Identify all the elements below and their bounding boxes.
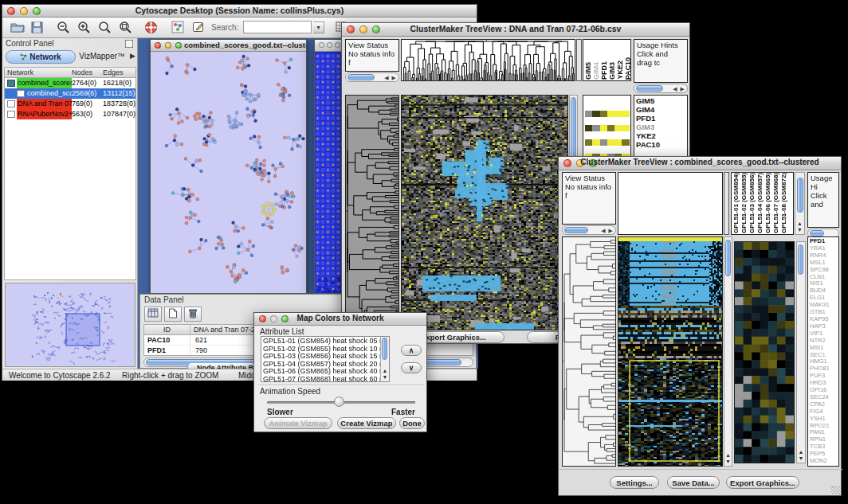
animate-vizmap-button[interactable]: Animate Vizmap	[264, 417, 332, 429]
gene-label[interactable]: PAC10	[636, 140, 685, 149]
gene-label[interactable]: GIM4	[636, 105, 685, 114]
matrix-cell	[592, 111, 599, 117]
close-button[interactable]	[319, 42, 324, 48]
network-name-label: RNAPuberNov2+	[17, 109, 72, 119]
heatmap-vscrollbar[interactable]: ▲▼	[724, 236, 732, 467]
column-label[interactable]: GIM5	[585, 62, 592, 80]
network-tab-icon	[20, 53, 27, 61]
row-dendrogram-canvas[interactable]	[346, 96, 398, 330]
move-attribute-down-button[interactable]: ∨	[401, 362, 422, 373]
column-label[interactable]: GPL51-01 (GSM854)	[732, 173, 740, 233]
column-label[interactable]: GIM3	[609, 62, 616, 80]
attribute-list-vscrollbar[interactable]: ▲▼	[380, 337, 389, 381]
network-table-row[interactable]: RNAPuberNov2+563(0)107847(0)	[5, 109, 135, 119]
column-dendrogram-canvas[interactable]	[402, 40, 575, 80]
minimize-button[interactable]	[165, 42, 171, 49]
minimize-button[interactable]	[327, 42, 332, 48]
file-icon	[17, 90, 25, 97]
view-status-title: View Status	[565, 174, 613, 182]
column-label[interactable]: GPL51-08 (GSM872)	[780, 173, 788, 233]
network-table-row[interactable]: combined_scores2764(0)16218(0)	[5, 78, 135, 88]
column-label[interactable]: GPL51-03 (GSM856)	[748, 173, 756, 233]
attribute-grid-icon	[147, 308, 159, 318]
column-label[interactable]: GPL51-06 (GSM865)	[764, 173, 772, 233]
save-session-button[interactable]	[26, 20, 45, 37]
tab-vizmapper[interactable]: VizMapper™	[79, 50, 125, 64]
birdseye-canvas[interactable]	[6, 283, 135, 366]
column-label[interactable]: GPL51-02 (GSM855)	[740, 173, 748, 233]
column-labels-panel: GIM5GIM4PFD1GIM3YKE2PAC10	[583, 39, 631, 81]
view-status-hscrollbar[interactable]: ◀ ▶	[562, 225, 616, 235]
zoom-in-button[interactable]	[73, 20, 92, 37]
network-view-window: combined_scores_good.txt--cluste...	[150, 39, 307, 294]
column-label[interactable]: GPL51-04 (GSM857)	[756, 173, 764, 233]
attribute-listbox[interactable]: GPL51-01 (GSM854) heat shock 05 minGPL51…	[261, 336, 390, 382]
row-dendrogram-canvas[interactable]	[563, 237, 615, 466]
col-header-edges[interactable]: Edges	[103, 68, 135, 77]
data-panel-new-attribute-button[interactable]	[164, 307, 182, 322]
col-header-network[interactable]: Network	[5, 68, 72, 77]
global-heatmap-canvas[interactable]	[402, 96, 567, 330]
file-icon	[7, 100, 15, 107]
tab-overflow-arrow[interactable]: ▶	[130, 52, 135, 60]
close-button[interactable]	[155, 42, 161, 49]
move-attribute-up-button[interactable]: ∧	[401, 345, 422, 356]
column-labels-vscrollbar[interactable]: ▲▼	[795, 172, 805, 235]
column-label[interactable]: PAC10	[625, 57, 631, 80]
network-table-row[interactable]: DNA and Tran 07769(0)183728(0)	[5, 99, 135, 109]
data-col-id[interactable]: ID	[144, 325, 190, 334]
open-session-button[interactable]	[6, 20, 25, 37]
dialog-titlebar[interactable]: Map Colors to Network	[254, 313, 426, 326]
search-dropdown-icon[interactable]: ▾	[313, 21, 324, 33]
done-button[interactable]: Done	[399, 417, 425, 429]
treeview1-titlebar[interactable]: ClusterMaker TreeView : DNA and Tran 07-…	[342, 23, 689, 37]
column-label[interactable]: GIM4	[593, 62, 600, 80]
column-label[interactable]: GPL51-07 (GSM868)	[772, 173, 780, 233]
create-vizmap-button[interactable]: Create Vizmap	[337, 417, 396, 429]
matrix-cell	[622, 125, 629, 131]
zoom-out-icon	[57, 21, 70, 34]
treeview-button[interactable]: Export Graphics...	[726, 476, 799, 489]
vizmapper-tool-button[interactable]	[167, 20, 186, 37]
control-panel: Control Panel Network VizMapper™ ▶ Netwo…	[2, 38, 138, 369]
zoom-selected-button[interactable]	[93, 20, 112, 37]
zoom-vscrollbar[interactable]: ▲▼	[796, 241, 806, 463]
data-panel-delete-attribute-button[interactable]	[184, 307, 202, 322]
gene-label[interactable]: GIM3	[636, 123, 685, 131]
gene-label[interactable]: GIM5	[636, 96, 685, 105]
float-panel-icon[interactable]	[125, 40, 133, 48]
resize-grip[interactable]	[831, 486, 840, 494]
zoom-out-button[interactable]	[52, 20, 71, 37]
zoom-heatmap-canvas[interactable]	[735, 242, 794, 463]
treeview-button[interactable]: Save Data...	[667, 476, 720, 489]
network-table-row[interactable]: combined_sco2569(6)13112(15)	[5, 88, 135, 99]
data-panel-select-attributes-button[interactable]	[144, 307, 162, 322]
speed-slider-thumb[interactable]	[334, 397, 344, 407]
treeview2-titlebar[interactable]: ClusterMaker TreeView : combined_scores_…	[559, 157, 841, 170]
column-label[interactable]: PFD1	[601, 61, 608, 80]
gene-label[interactable]: YKE2	[636, 131, 685, 140]
treeview-button[interactable]: Settings...	[610, 476, 659, 489]
annotation-tool-button[interactable]	[187, 20, 206, 37]
view-status-title: View Status	[348, 41, 396, 49]
zoom-fit-button[interactable]	[114, 20, 133, 37]
search-input[interactable]	[243, 21, 312, 33]
view-status-hscrollbar[interactable]: ◀ ▶	[345, 72, 399, 82]
help-button[interactable]	[139, 20, 159, 37]
attribute-list-item[interactable]: GPL51-07 (GSM868) heat shock 60 min	[263, 376, 379, 382]
column-label[interactable]: YKE2	[617, 61, 624, 80]
gene-label[interactable]: PFD1	[636, 114, 685, 123]
zoom-button[interactable]	[335, 42, 340, 48]
main-titlebar[interactable]: Cytoscape Desktop (Session Name: collins…	[2, 5, 477, 18]
zoom-button[interactable]	[175, 42, 182, 49]
global-heatmap-canvas[interactable]	[618, 237, 722, 466]
network-graph-canvas[interactable]	[151, 52, 306, 293]
usage-hints-info: Click and	[811, 191, 836, 209]
usage-hints-hscrollbar[interactable]: ◀ ▶	[634, 84, 688, 93]
network-view-titlebar[interactable]: combined_scores_good.txt--cluste...	[151, 40, 306, 52]
gene-label[interactable]: MON2	[810, 458, 837, 465]
col-header-nodes[interactable]: Nodes	[72, 68, 103, 77]
tab-network[interactable]: Network	[6, 50, 76, 64]
birdseye-panel[interactable]	[5, 283, 135, 367]
id-cell: PAC10	[144, 335, 190, 345]
